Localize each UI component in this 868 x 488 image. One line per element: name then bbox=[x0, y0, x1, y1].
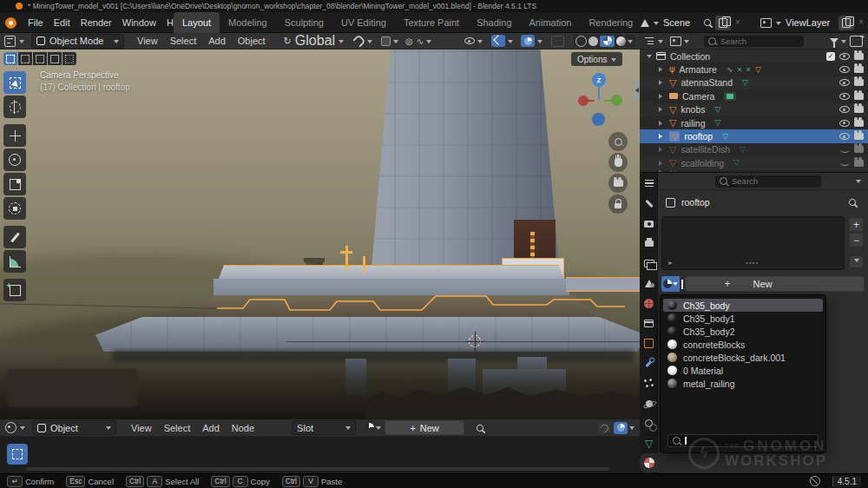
gizmo-z-axis[interactable]: Z bbox=[592, 73, 606, 87]
list-expand-icon[interactable]: ► bbox=[667, 260, 674, 266]
pin-id-icon[interactable] bbox=[847, 197, 857, 207]
region-collapse-handle[interactable] bbox=[633, 81, 639, 100]
snapping-dropdown[interactable] bbox=[354, 36, 372, 46]
tool-cursor[interactable] bbox=[3, 96, 26, 118]
material-slot-list[interactable]: ► •••• bbox=[661, 216, 845, 270]
sh-menu-add[interactable]: Add bbox=[198, 423, 224, 433]
mode-dropdown[interactable]: Object Mode bbox=[31, 34, 124, 49]
tab-material-active[interactable] bbox=[640, 453, 658, 472]
tab-particles[interactable] bbox=[640, 373, 658, 393]
select-extend-icon[interactable] bbox=[18, 52, 32, 65]
outliner-row-armature[interactable]: ψ Armature ∿ × × ▽ bbox=[640, 63, 868, 76]
tool-rotate[interactable] bbox=[3, 148, 26, 171]
outliner-display-mode[interactable] bbox=[670, 36, 689, 46]
row-label[interactable]: scalfolding bbox=[681, 158, 724, 168]
select-set-icon[interactable] bbox=[3, 52, 17, 65]
row-label[interactable]: Camera bbox=[682, 91, 714, 102]
camera-view-button[interactable] bbox=[608, 174, 628, 193]
navigation-gizmo[interactable]: Z bbox=[573, 67, 634, 128]
tab-physics[interactable] bbox=[640, 393, 658, 413]
pin-icon[interactable] bbox=[702, 17, 712, 27]
proportional-falloff-icon[interactable]: ◎ bbox=[405, 36, 413, 46]
row-label[interactable]: satelliteDish bbox=[681, 144, 730, 155]
options-button[interactable]: Options bbox=[571, 52, 622, 66]
hidden-eye-icon[interactable] bbox=[840, 160, 850, 166]
row-label[interactable]: railing bbox=[681, 118, 705, 129]
hide-eye-icon[interactable] bbox=[839, 133, 850, 140]
new-scene-button[interactable] bbox=[715, 16, 731, 30]
select-invert-icon[interactable] bbox=[48, 52, 62, 65]
row-label[interactable]: Armature bbox=[680, 64, 717, 75]
outliner-filter[interactable] bbox=[830, 36, 846, 46]
browse-material-button[interactable] bbox=[661, 276, 680, 292]
vp-menu-object[interactable]: Object bbox=[233, 36, 270, 46]
material-item[interactable]: concreteBlocks_dark.001 bbox=[663, 351, 823, 364]
scene-selector[interactable]: Scene × bbox=[641, 15, 740, 30]
xray-toggle[interactable] bbox=[551, 36, 564, 47]
gizmos-toggle[interactable] bbox=[491, 35, 513, 47]
render-visibility-icon[interactable] bbox=[854, 79, 864, 86]
collection-checkbox[interactable]: ✓ bbox=[826, 52, 835, 61]
shader-overlay-toggle[interactable] bbox=[614, 422, 635, 434]
proportional-editing-dropdown[interactable] bbox=[381, 36, 398, 46]
outliner-search[interactable]: Search bbox=[704, 36, 804, 47]
material-item[interactable]: Ch35_body2 bbox=[663, 325, 823, 338]
viewlayer-selector[interactable]: ViewLayer × bbox=[760, 15, 864, 30]
material-item[interactable]: concreteBlocks bbox=[663, 338, 823, 351]
browse-material-shader[interactable] bbox=[365, 423, 381, 432]
render-visibility-icon[interactable] bbox=[854, 53, 864, 60]
tab-uv-editing[interactable]: UV Editing bbox=[332, 12, 395, 33]
render-visibility-icon[interactable] bbox=[854, 106, 864, 113]
vp-menu-view[interactable]: View bbox=[133, 36, 162, 46]
tab-modeling[interactable]: Modeling bbox=[220, 12, 276, 33]
row-label[interactable]: atennaStand bbox=[681, 77, 733, 88]
vp-menu-add[interactable]: Add bbox=[204, 36, 230, 46]
tab-modifiers[interactable] bbox=[640, 353, 658, 373]
tab-animation[interactable]: Animation bbox=[521, 12, 581, 33]
sh-menu-view[interactable]: View bbox=[127, 423, 156, 433]
new-material-button[interactable]: + New bbox=[685, 276, 865, 292]
shading-wireframe-icon[interactable] bbox=[575, 36, 587, 47]
outliner-row-satellitedish[interactable]: ▽ satelliteDish ▽ bbox=[640, 143, 868, 156]
render-visibility-icon[interactable] bbox=[854, 133, 864, 140]
tab-sculpting[interactable]: Sculpting bbox=[276, 12, 332, 33]
render-visibility-icon[interactable] bbox=[854, 146, 864, 153]
properties-options-icon[interactable] bbox=[856, 180, 861, 186]
tool-measure[interactable] bbox=[3, 250, 26, 273]
editor-type-icon[interactable] bbox=[4, 36, 16, 47]
hide-eye-icon[interactable] bbox=[839, 79, 850, 86]
tab-shading[interactable]: Shading bbox=[468, 12, 520, 33]
shading-solid-icon[interactable] bbox=[589, 36, 598, 46]
new-collection-button[interactable]: + bbox=[850, 36, 863, 47]
menu-file[interactable]: File bbox=[23, 17, 48, 28]
shader-canvas[interactable] bbox=[0, 437, 640, 473]
shading-material-icon[interactable] bbox=[600, 36, 615, 47]
properties-search[interactable]: Search bbox=[715, 175, 821, 188]
select-subtract-icon[interactable] bbox=[33, 52, 47, 65]
shading-rendered-icon[interactable] bbox=[616, 36, 626, 46]
tab-view-layer[interactable] bbox=[640, 254, 658, 274]
tool-scale[interactable] bbox=[3, 173, 26, 195]
row-label[interactable]: rooftop bbox=[684, 131, 713, 142]
network-offline-icon[interactable] bbox=[810, 476, 820, 486]
remove-slot-button[interactable]: − bbox=[849, 233, 864, 247]
tool-move[interactable] bbox=[3, 124, 26, 147]
tab-output[interactable] bbox=[640, 234, 658, 254]
tab-constraints[interactable] bbox=[640, 413, 658, 433]
outliner-row-scalfolding[interactable]: ▽ scalfolding ▽ bbox=[640, 156, 868, 169]
menu-window[interactable]: Window bbox=[118, 17, 161, 28]
gizmo-minus-z-axis[interactable] bbox=[592, 113, 605, 126]
shader-new-material-button[interactable]: +New bbox=[385, 420, 464, 435]
outliner-row-rooftop-selected[interactable]: ▽ rooftop ▽ bbox=[640, 129, 868, 142]
hide-eye-icon[interactable] bbox=[839, 106, 850, 113]
properties-editor-icon[interactable] bbox=[640, 173, 658, 194]
tab-object-data[interactable]: ▽ bbox=[640, 433, 658, 453]
breadcrumb-object-name[interactable]: rooftop bbox=[681, 197, 710, 208]
render-visibility-icon[interactable] bbox=[854, 66, 864, 73]
menu-edit[interactable]: Edit bbox=[49, 17, 75, 28]
scene-name[interactable]: Scene bbox=[663, 17, 700, 28]
row-label[interactable]: Collection bbox=[670, 51, 710, 62]
select-intersect-icon[interactable] bbox=[62, 52, 76, 65]
shader-tool-select-box[interactable] bbox=[7, 444, 28, 465]
outliner-row-railing[interactable]: ▽ railing ▽ bbox=[640, 116, 868, 129]
